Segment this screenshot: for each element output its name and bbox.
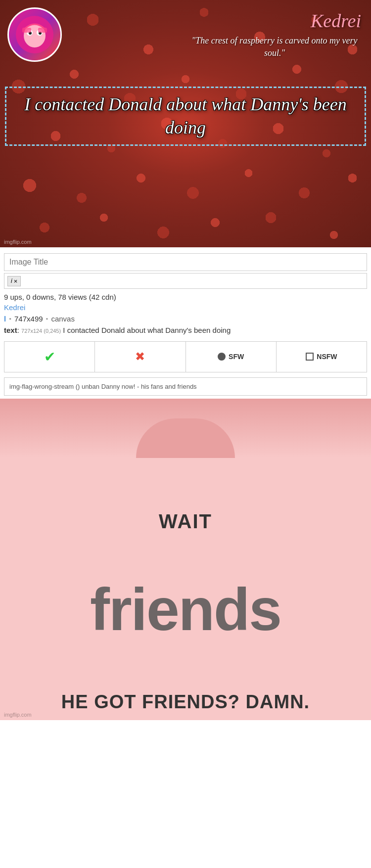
pipe-indicator: l xyxy=(4,315,6,323)
reject-button[interactable]: ✖ xyxy=(95,342,186,372)
dot-separator-1: ● xyxy=(9,317,11,321)
action-buttons-row: ✔ ✖ SFW NSFW xyxy=(4,341,367,372)
imgflip-watermark-2: imgflip.com xyxy=(4,712,32,718)
image-title-input[interactable] xyxy=(4,253,367,271)
text-detail-line: text: 727x124 (0,245) I contacted Donald… xyxy=(4,325,367,336)
wait-text: WAIT xyxy=(159,501,212,538)
flag-comment: img-flag-wrong-stream () unban Danny now… xyxy=(4,377,367,396)
approve-button[interactable]: ✔ xyxy=(4,342,95,372)
meme-creator-name: Kedrei xyxy=(311,10,361,32)
metadata-section: i × 9 ups, 0 downs, 78 views (42 cdn) Ke… xyxy=(0,247,371,399)
type-value: canvas xyxy=(51,315,75,323)
tag-badge[interactable]: i × xyxy=(7,276,21,286)
meme-image-1: Kedrei "The crest of raspberry is carved… xyxy=(0,0,371,247)
meme-image-2: WAIT friends HE GOT FRIENDS? DAMN. imgfl… xyxy=(0,399,371,720)
dimensions-value: 747x499 xyxy=(14,315,43,323)
dimensions-line: l ● 747x499 ● canvas xyxy=(4,315,367,323)
sfw-label: SFW xyxy=(229,353,244,361)
bottom-caption: HE GOT FRIENDS? DAMN. xyxy=(51,682,320,720)
tag-icon-i: i xyxy=(11,277,12,284)
tag-area[interactable]: i × xyxy=(4,273,367,289)
stats-line: 9 ups, 0 downs, 78 views (42 cdn) xyxy=(4,293,367,301)
partial-head xyxy=(136,418,235,458)
text-label: text xyxy=(4,326,17,334)
nsfw-button[interactable]: NSFW xyxy=(277,342,367,372)
meme-quote: "The crest of raspberry is carved onto m… xyxy=(188,35,361,59)
svg-rect-6 xyxy=(22,28,31,33)
caption-box: I contacted Donald about what Danny's be… xyxy=(5,87,366,146)
checkmark-icon: ✔ xyxy=(44,349,55,365)
text-coords: 727x124 (0,245) xyxy=(21,328,61,334)
avatar xyxy=(7,7,62,62)
dot-separator-2: ● xyxy=(46,317,48,321)
imgflip-watermark-1: imgflip.com xyxy=(4,239,32,245)
nsfw-radio-empty xyxy=(306,353,314,361)
caption-text: I contacted Donald about what Danny's be… xyxy=(11,93,360,139)
sfw-button[interactable]: SFW xyxy=(186,342,277,372)
text-content-display: I contacted Donald about what Danny's be… xyxy=(63,326,231,334)
friends-text: friends xyxy=(90,580,281,639)
sfw-radio-filled xyxy=(218,353,226,361)
username-link[interactable]: Kedrei xyxy=(4,303,367,312)
meme2-top xyxy=(0,399,371,458)
nsfw-label: NSFW xyxy=(317,353,337,361)
tag-close[interactable]: × xyxy=(14,277,18,285)
svg-rect-7 xyxy=(38,28,47,33)
avatar-image xyxy=(9,9,60,60)
x-icon: ✖ xyxy=(135,350,145,364)
avatar-svg xyxy=(15,15,54,54)
meme-overlay: Kedrei "The crest of raspberry is carved… xyxy=(0,0,371,247)
